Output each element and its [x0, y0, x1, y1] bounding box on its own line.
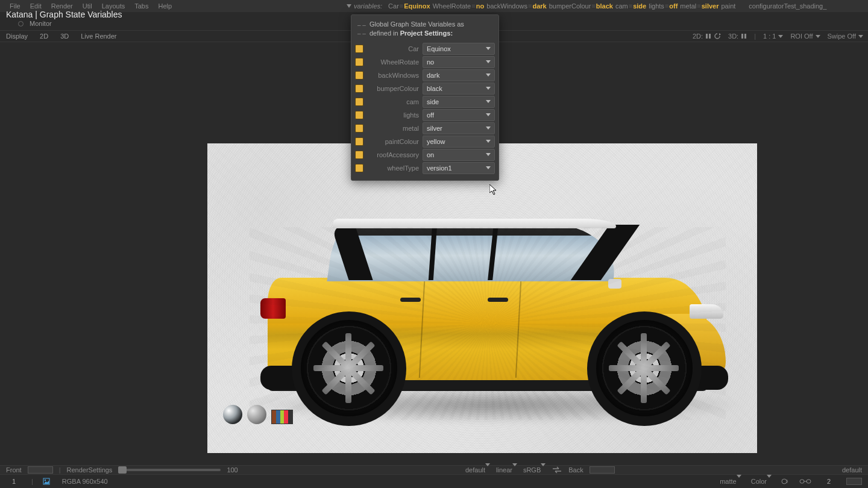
gsv-value-dropdown[interactable]: side [423, 96, 495, 108]
gsv-value: no [427, 58, 434, 66]
frame-number-2[interactable]: 2 [821, 478, 837, 485]
gsv-swatch-icon[interactable] [355, 98, 363, 106]
pause-icon [741, 33, 747, 39]
timeline-bar: Front | RenderSettings 100 default linea… [0, 465, 868, 475]
display-mode-a[interactable]: default [465, 466, 490, 474]
label: 2D: [693, 33, 703, 40]
gsv-value-dropdown[interactable]: dark [423, 69, 495, 81]
display-mode-c[interactable]: sRGB [523, 466, 546, 474]
gsv-value: silver [427, 125, 442, 132]
back-buffer-label[interactable]: Back [568, 466, 583, 474]
roi-toggle[interactable]: ROI Off [790, 33, 820, 40]
var-key: backWindows [486, 2, 527, 10]
zoom-ratio[interactable]: 1 : 1 [763, 33, 783, 40]
record-icon[interactable] [18, 21, 24, 27]
svg-rect-2 [709, 34, 711, 39]
status-bar: 1 | RGBA 960x540 matte Color 2 [0, 475, 868, 488]
gsv-row-roofAccessory: roofAccessoryon [355, 149, 495, 161]
front-buffer-label[interactable]: Front [6, 466, 22, 474]
gsv-icon: – –– – [357, 21, 366, 38]
variables-strip[interactable]: variables: Car=Equinox WheelRotate=no ba… [347, 0, 868, 12]
status-swatch[interactable] [846, 478, 862, 485]
tab-2d[interactable]: 2D [34, 33, 54, 40]
lookdev-toolkit [223, 405, 293, 424]
view-2d-toggle[interactable]: 2D: [693, 33, 721, 40]
gsv-value: dark [427, 72, 439, 79]
front-swatch[interactable] [28, 466, 53, 474]
chrome-sphere-icon [223, 405, 242, 424]
view-controls: 2D: 3D: | 1 : 1 ROI Off Swipe Off [693, 30, 863, 42]
gsv-value-dropdown[interactable]: silver [423, 122, 495, 134]
display-mode-b[interactable]: linear [496, 466, 517, 474]
var-key: lights [649, 2, 664, 10]
car-suv [250, 227, 726, 420]
menu-help[interactable]: Help [153, 2, 177, 10]
default-right[interactable]: default [842, 466, 862, 474]
gsv-swatch-icon[interactable] [355, 137, 363, 146]
frame-slider[interactable] [118, 469, 221, 471]
tab-display[interactable]: Display [0, 33, 34, 40]
gsv-popup: – –– – Global Graph State Variables as d… [351, 14, 499, 181]
gsv-var-name: wheelType [367, 164, 419, 172]
scene-name: configuratorTest_shading_ [749, 2, 826, 10]
matte-dropdown[interactable]: matte [720, 478, 741, 485]
frame-number[interactable]: 1 [6, 478, 22, 485]
menu-layouts[interactable]: Layouts [97, 2, 130, 10]
link-icon[interactable] [799, 478, 811, 484]
menu-edit[interactable]: Edit [25, 2, 46, 10]
tab-3d[interactable]: 3D [54, 33, 75, 40]
gsv-swatch-icon[interactable] [355, 58, 363, 66]
view-3d-toggle[interactable]: 3D: [728, 33, 747, 40]
menu-render[interactable]: Render [46, 2, 78, 10]
chevron-down-icon [512, 463, 517, 474]
gsv-var-name: lights [367, 111, 419, 119]
swipe-toggle[interactable]: Swipe Off [828, 33, 864, 40]
chevron-down-icon [486, 166, 491, 169]
chevron-down-icon [485, 463, 490, 474]
var-key: metal [680, 2, 696, 10]
gsv-value-dropdown[interactable]: black [423, 83, 495, 95]
chevron-down-icon [486, 113, 491, 116]
gsv-value-dropdown[interactable]: on [423, 149, 495, 161]
gsv-value-dropdown[interactable]: yellow [423, 136, 495, 148]
gsv-value-dropdown[interactable]: off [423, 109, 495, 121]
gsv-swatch-icon[interactable] [355, 124, 363, 133]
frame-tick: 100 [227, 466, 237, 474]
gsv-swatch-icon[interactable] [355, 45, 363, 53]
gsv-var-name: paintColour [367, 138, 419, 145]
var-val: Equinox [404, 2, 430, 10]
gsv-swatch-icon[interactable] [355, 151, 363, 159]
chevron-down-icon [486, 87, 491, 90]
gsv-value-dropdown[interactable]: version1 [423, 162, 495, 174]
var-key: bumperColour [549, 2, 591, 10]
back-swatch[interactable] [590, 466, 615, 474]
label: ROI Off [790, 33, 813, 40]
var-key: Car [388, 2, 399, 10]
chevron-down-icon [486, 60, 491, 63]
alpha-icon[interactable] [781, 478, 790, 485]
gsv-var-name: cam [367, 98, 419, 105]
gsv-value: Equinox [427, 45, 451, 52]
front-wheel [596, 320, 693, 416]
gsv-swatch-icon[interactable] [355, 164, 363, 172]
color-chart-icon [271, 410, 293, 424]
var-key: cam [615, 2, 628, 10]
gsv-swatch-icon[interactable] [355, 84, 363, 93]
svg-rect-11 [807, 480, 811, 483]
gsv-var-name: roofAccessory [367, 151, 419, 158]
menu-util[interactable]: Util [78, 2, 97, 10]
render-settings-link[interactable]: RenderSettings [67, 466, 113, 474]
color-dropdown[interactable]: Color [751, 478, 772, 485]
menu-tabs[interactable]: Tabs [130, 2, 153, 10]
gsv-swatch-icon[interactable] [355, 71, 363, 80]
label: Swipe Off [828, 33, 857, 40]
var-val: side [633, 2, 646, 10]
gsv-swatch-icon[interactable] [355, 111, 363, 119]
tab-live-render[interactable]: Live Render [75, 33, 122, 40]
gsv-value-dropdown[interactable]: Equinox [423, 43, 495, 55]
menu-file[interactable]: File [5, 2, 25, 10]
image-icon [43, 478, 50, 485]
refresh-icon[interactable] [714, 33, 721, 39]
swap-icon[interactable] [552, 466, 562, 474]
gsv-value-dropdown[interactable]: no [423, 56, 495, 68]
